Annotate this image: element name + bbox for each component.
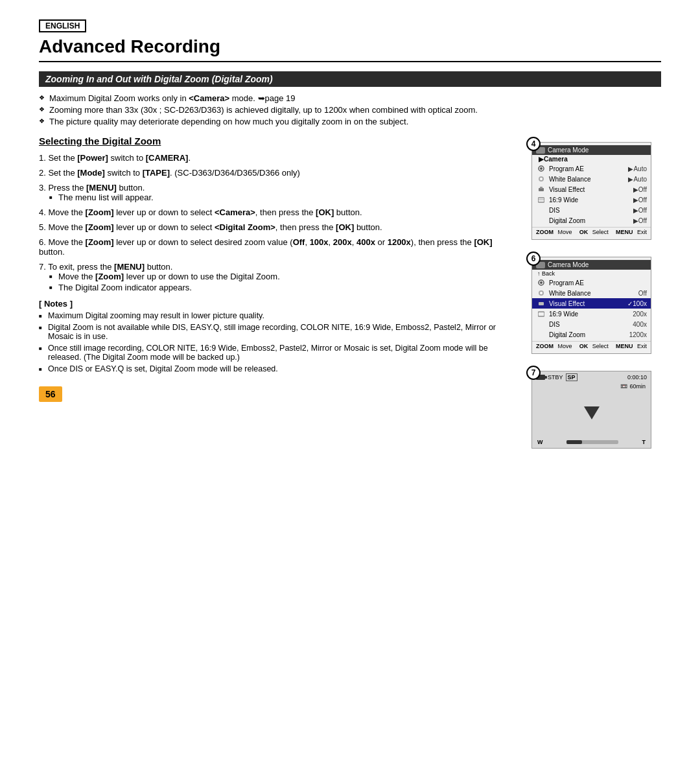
digital-zoom-icon	[536, 216, 546, 225]
notes-section: [ Notes ] Maximum Digital zooming may re…	[39, 299, 519, 373]
step-3: 3. Press the [MENU] button. The menu lis…	[39, 183, 519, 202]
intro-bullet-2: Zooming more than 33x (30x ; SC-D263/D36…	[39, 105, 661, 115]
menu-title-4: Camera Mode	[548, 147, 589, 154]
program-ae-label: Program AE	[549, 165, 628, 172]
dis-value: ▶Off	[633, 207, 647, 214]
169-wide-value: ▶Off	[633, 196, 647, 204]
svg-point-9	[540, 281, 542, 284]
zoom-triangle	[584, 406, 600, 419]
zoom-1200x: 1200x	[629, 331, 647, 338]
wide-icon	[536, 195, 546, 204]
vf-middle	[532, 390, 651, 436]
digital-zoom-value: ▶Off	[633, 217, 647, 224]
dz-label-6: Digital Zoom	[549, 331, 629, 338]
step-7-sub-1: Move the [Zoom] lever up or down to use …	[49, 272, 519, 281]
camera-menu-6: Camera Mode ↑ Back Program AE White	[531, 257, 651, 354]
svg-rect-12	[539, 302, 544, 305]
back-item: ↑ Back	[537, 270, 555, 277]
visual-effect-icon	[536, 185, 546, 194]
menu-footer-6: ZOOM Move OK Select MENU Exit	[532, 341, 651, 351]
169-icon-6	[536, 309, 546, 318]
intro-bullet-1: Maximum Digital Zoom works only in <Came…	[39, 93, 661, 103]
notes-list: Maximum Digital zooming may result in lo…	[39, 311, 519, 373]
step-circle-4: 4	[526, 137, 541, 151]
svg-rect-6	[538, 198, 544, 202]
dis-label: DIS	[549, 207, 633, 214]
svg-rect-5	[540, 187, 542, 189]
vf-top-right: 0:00:10	[627, 373, 647, 381]
white-balance-label-6: White Balance	[549, 290, 638, 297]
visual-effect-value: ▶Off	[633, 186, 647, 193]
screenshots-column: 4 Camera Mode ▶Camera Program AE ▶Auto	[531, 135, 661, 449]
tape-time: 60min	[629, 383, 646, 390]
page-title: Advanced Recording	[39, 36, 661, 62]
dis-label-6: DIS	[549, 321, 633, 328]
vf-top-left: STBY SP	[536, 373, 578, 381]
zoom-bar-fill	[566, 440, 582, 444]
dis-icon	[536, 205, 546, 215]
intro-bullets: Maximum Digital Zoom works only in <Came…	[39, 93, 661, 126]
step-3-sub: The menu list will appear.	[49, 193, 519, 202]
program-ae-icon-6	[536, 278, 546, 287]
white-balance-icon-6	[536, 288, 546, 298]
white-balance-label: White Balance	[549, 176, 628, 183]
step-7-sub-2: The Digital Zoom indicator appears.	[49, 283, 519, 292]
camera-item: ▶Camera	[539, 156, 568, 163]
timecode: 0:00:10	[627, 374, 647, 381]
menu-footer-4: ZOOM Move OK Select MENU Exit	[532, 227, 651, 237]
vf-bottom: W T	[532, 436, 651, 448]
zoom-400x: 400x	[633, 321, 647, 328]
screenshot-step4: 4 Camera Mode ▶Camera Program AE ▶Auto	[531, 142, 661, 240]
note-2: Digital Zoom is not available while DIS,…	[39, 323, 519, 341]
note-3: Once still image recording, COLOR NITE, …	[39, 344, 519, 362]
step-5: 5. Move the [Zoom] lever up or down to s…	[39, 222, 519, 232]
section-header: Zooming In and Out with Digital Zoom (Di…	[39, 71, 661, 87]
step-circle-6: 6	[526, 252, 541, 266]
zoom-t-label: T	[642, 439, 646, 445]
note-1: Maximum Digital zooming may result in lo…	[39, 311, 519, 320]
svg-rect-13	[538, 312, 544, 316]
program-ae-value: ▶Auto	[628, 165, 647, 172]
step-circle-7: 7	[526, 366, 541, 380]
white-balance-off: Off	[638, 290, 647, 297]
step-6: 6. Move the [Zoom] lever up or down to s…	[39, 237, 519, 257]
zoom-bar	[566, 440, 618, 444]
white-balance-icon	[536, 174, 546, 183]
page-number-badge: 56	[39, 386, 62, 402]
intro-bullet-3: The picture quality may deteriorate depe…	[39, 117, 661, 126]
zoom-100x: ✓100x	[627, 300, 647, 307]
program-ae-label-6: Program AE	[549, 279, 647, 287]
dz-icon-6	[536, 330, 546, 339]
camera-menu-4: Camera Mode ▶Camera Program AE ▶Auto	[531, 142, 651, 240]
notes-title: [ Notes ]	[39, 299, 519, 309]
menu-title-6: Camera Mode	[548, 261, 589, 268]
visual-effect-label-6: Visual Effect	[549, 300, 627, 307]
169-label-6: 16:9 Wide	[549, 311, 633, 318]
svg-point-3	[540, 178, 542, 180]
step-4: 4. Move the [Zoom] lever up or down to s…	[39, 207, 519, 217]
step-2: 2. Set the [Mode] switch to [TAPE]. (SC-…	[39, 168, 519, 178]
screenshot-step7: 7 STBY SP 0:00:10 📼 60min	[531, 371, 661, 449]
note-4: Once DIS or EASY.Q is set, Digital Zoom …	[39, 364, 519, 373]
zoom-200x: 200x	[633, 311, 647, 318]
tape-symbol: 📼	[620, 383, 627, 390]
program-ae-icon	[536, 164, 546, 173]
white-balance-value: ▶Auto	[628, 176, 647, 183]
svg-point-11	[540, 292, 542, 294]
visual-effect-label: Visual Effect	[549, 186, 633, 193]
digital-zoom-label: Digital Zoom	[549, 217, 633, 224]
english-badge: ENGLISH	[39, 19, 86, 32]
dis-icon-6	[536, 320, 546, 329]
step-1: 1. Set the [Power] switch to [CAMERA].	[39, 153, 519, 163]
zoom-w-label: W	[537, 439, 543, 445]
169-wide-label: 16:9 Wide	[549, 196, 633, 204]
step-7: 7. To exit, press the [MENU] button. Mov…	[39, 262, 519, 292]
subsection-title: Selecting the Digital Zoom	[39, 135, 519, 147]
screenshot-step6: 6 Camera Mode ↑ Back Program AE	[531, 257, 661, 354]
viewfinder: STBY SP 0:00:10 📼 60min W	[531, 371, 651, 449]
svg-point-1	[540, 167, 542, 170]
sp-badge: SP	[566, 373, 578, 381]
stby-label: STBY	[548, 374, 563, 381]
visual-effect-icon-6	[536, 299, 546, 308]
